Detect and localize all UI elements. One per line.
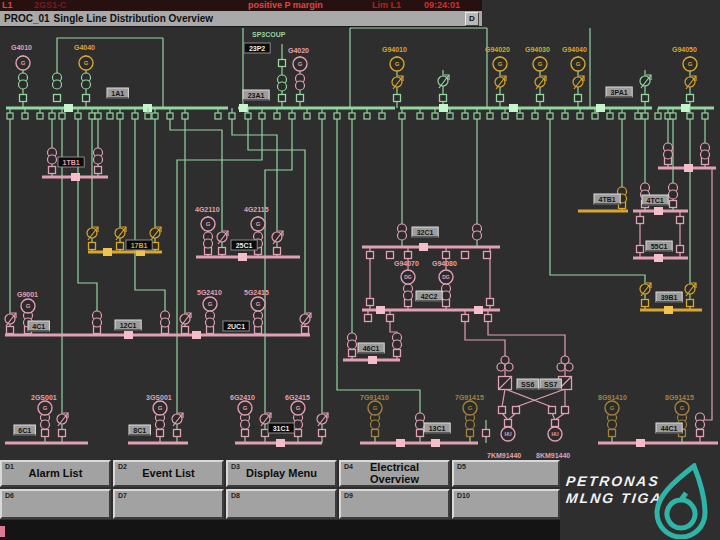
- circuit-breaker[interactable]: [677, 246, 684, 253]
- circuit-breaker[interactable]: [262, 430, 269, 437]
- feeder-breaker[interactable]: [487, 113, 493, 119]
- bus-section-breaker[interactable]: [192, 331, 201, 339]
- transformer-icon[interactable]: [701, 150, 710, 159]
- feeder-breaker[interactable]: [670, 113, 676, 119]
- feeder-breaker[interactable]: [22, 113, 28, 119]
- feeder-breaker[interactable]: [364, 113, 370, 119]
- three-winding-transformer-icon[interactable]: [505, 363, 513, 371]
- feeder-breaker[interactable]: [577, 113, 583, 119]
- circuit-breaker[interactable]: [497, 95, 504, 102]
- transformer-icon[interactable]: [404, 291, 413, 300]
- feeder-breaker[interactable]: [259, 113, 265, 119]
- circuit-breaker[interactable]: [89, 243, 96, 250]
- bus-section-breaker[interactable]: [684, 164, 693, 172]
- circuit-breaker[interactable]: [42, 430, 49, 437]
- feeder-breaker[interactable]: [274, 113, 280, 119]
- feeder-breaker[interactable]: [245, 113, 251, 119]
- circuit-breaker[interactable]: [549, 407, 556, 414]
- feeder-breaker[interactable]: [75, 113, 81, 119]
- feeder-breaker[interactable]: [619, 113, 625, 119]
- feeder-breaker[interactable]: [289, 113, 295, 119]
- feeder-breaker[interactable]: [655, 113, 661, 119]
- bus-section-breaker[interactable]: [238, 253, 247, 261]
- feeder-breaker[interactable]: [607, 113, 613, 119]
- circuit-breaker[interactable]: [670, 201, 677, 208]
- circuit-breaker[interactable]: [349, 350, 356, 357]
- transformer-icon[interactable]: [204, 239, 213, 248]
- bus-section-breaker[interactable]: [509, 104, 518, 112]
- feeder-breaker[interactable]: [49, 113, 55, 119]
- transformer-icon[interactable]: [278, 82, 287, 91]
- bus-section-breaker[interactable]: [71, 173, 80, 181]
- circuit-breaker[interactable]: [387, 252, 394, 259]
- circuit-breaker[interactable]: [687, 95, 694, 102]
- circuit-breaker[interactable]: [484, 252, 491, 259]
- feeder-breaker[interactable]: [517, 113, 523, 119]
- circuit-breaker[interactable]: [513, 407, 520, 414]
- feeder-breaker[interactable]: [447, 113, 453, 119]
- feeder-breaker[interactable]: [167, 113, 173, 119]
- feeder-breaker[interactable]: [304, 113, 310, 119]
- title-bar-button[interactable]: D: [465, 12, 479, 26]
- circuit-breaker[interactable]: [467, 430, 474, 437]
- circuit-breaker[interactable]: [552, 420, 559, 427]
- feeder-breaker[interactable]: [642, 113, 648, 119]
- bus-section-breaker[interactable]: [376, 306, 385, 314]
- bus-section-breaker[interactable]: [596, 104, 605, 112]
- circuit-breaker[interactable]: [387, 315, 394, 322]
- feeder-breaker[interactable]: [89, 113, 95, 119]
- circuit-breaker[interactable]: [687, 300, 694, 307]
- circuit-breaker[interactable]: [487, 299, 494, 306]
- feeder-breaker[interactable]: [432, 113, 438, 119]
- circuit-breaker[interactable]: [485, 315, 492, 322]
- menu-button-d5[interactable]: D5: [452, 460, 560, 487]
- transformer-icon[interactable]: [348, 340, 357, 349]
- circuit-breaker[interactable]: [295, 430, 302, 437]
- circuit-breaker[interactable]: [54, 95, 61, 102]
- feeder-breaker[interactable]: [562, 113, 568, 119]
- feeder-breaker[interactable]: [687, 113, 693, 119]
- transformer-icon[interactable]: [82, 80, 91, 89]
- menu-button-d8[interactable]: D8: [226, 489, 337, 519]
- circuit-breaker[interactable]: [59, 430, 66, 437]
- circuit-breaker[interactable]: [117, 243, 124, 250]
- transformer-icon[interactable]: [473, 231, 482, 240]
- circuit-breaker[interactable]: [157, 430, 164, 437]
- menu-button-event-list[interactable]: D2 Event List: [113, 460, 224, 487]
- circuit-breaker[interactable]: [609, 430, 616, 437]
- circuit-breaker[interactable]: [182, 327, 189, 334]
- feeder-breaker[interactable]: [37, 113, 43, 119]
- circuit-breaker[interactable]: [319, 430, 326, 437]
- circuit-breaker[interactable]: [279, 95, 286, 102]
- transformer-icon[interactable]: [664, 150, 673, 159]
- feeder-breaker[interactable]: [95, 113, 101, 119]
- transformer-icon[interactable]: [398, 231, 407, 240]
- feeder-breaker[interactable]: [547, 113, 553, 119]
- feeder-breaker[interactable]: [532, 113, 538, 119]
- feeder-breaker[interactable]: [379, 113, 385, 119]
- feeder-breaker[interactable]: [417, 113, 423, 119]
- circuit-breaker[interactable]: [7, 327, 14, 334]
- transformer-icon[interactable]: [161, 318, 170, 327]
- transformer-icon[interactable]: [466, 420, 475, 429]
- transformer-icon[interactable]: [294, 420, 303, 429]
- feeder-breaker[interactable]: [334, 113, 340, 119]
- transformer-icon[interactable]: [19, 80, 28, 89]
- menu-button-d9[interactable]: D9: [339, 489, 450, 519]
- transformer-icon[interactable]: [669, 190, 678, 199]
- circuit-breaker[interactable]: [462, 315, 469, 322]
- circuit-breaker[interactable]: [274, 248, 281, 255]
- circuit-breaker[interactable]: [367, 252, 374, 259]
- circuit-breaker[interactable]: [642, 95, 649, 102]
- bus-section-breaker[interactable]: [431, 439, 440, 447]
- circuit-breaker[interactable]: [637, 217, 644, 224]
- bus-section-breaker[interactable]: [276, 439, 285, 447]
- feeder-breaker[interactable]: [399, 113, 405, 119]
- transformer-icon[interactable]: [206, 318, 215, 327]
- transformer-icon[interactable]: [371, 420, 380, 429]
- feeder-breaker[interactable]: [107, 113, 113, 119]
- feeder-breaker[interactable]: [592, 113, 598, 119]
- circuit-breaker[interactable]: [219, 248, 226, 255]
- transformer-icon[interactable]: [608, 420, 617, 429]
- bus-section-breaker[interactable]: [636, 439, 645, 447]
